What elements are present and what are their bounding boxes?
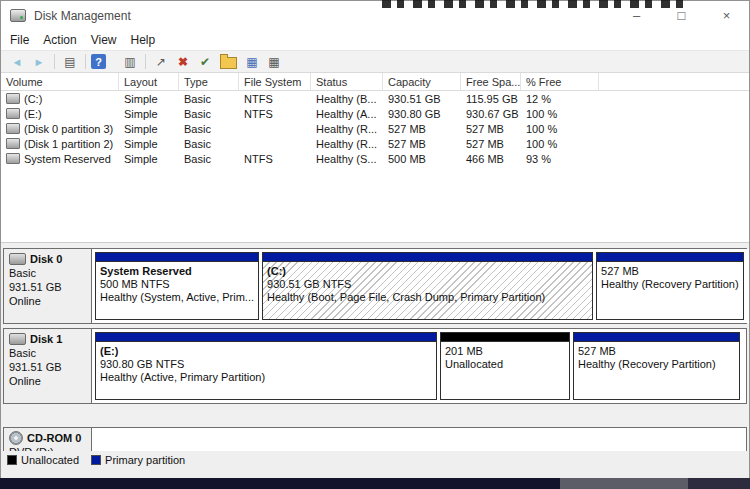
- partition-label: 527 MB: [578, 345, 735, 358]
- volume-capacity: 930.80 GB: [383, 108, 461, 120]
- volume-list: Volume Layout Type File System Status Ca…: [1, 73, 749, 243]
- forward-icon[interactable]: ►: [29, 53, 49, 71]
- volume-list-header: Volume Layout Type File System Status Ca…: [1, 73, 749, 91]
- volume-type: Basic: [179, 138, 239, 150]
- taskbar-segment: [688, 478, 750, 489]
- column-status[interactable]: Status: [311, 73, 383, 90]
- folder-icon[interactable]: [220, 57, 237, 69]
- disk-name: Disk 0: [30, 252, 62, 266]
- volume-row-disk1-partition2[interactable]: (Disk 1 partition 2) Simple Basic Health…: [1, 136, 749, 151]
- volume-free: 527 MB: [461, 138, 521, 150]
- disk-row-1: Disk 1 Basic 931.51 GB Online (E:) 930.8…: [3, 328, 747, 404]
- volume-layout: Simple: [119, 123, 179, 135]
- disk0-header[interactable]: Disk 0 Basic 931.51 GB Online: [4, 249, 92, 323]
- legend-primary-label: Primary partition: [105, 454, 185, 466]
- popout-icon[interactable]: ↗: [151, 53, 171, 71]
- primary-partition-strip: [574, 333, 739, 342]
- taskbar-strip: [0, 478, 750, 489]
- properties-window-icon[interactable]: ▥: [120, 53, 140, 71]
- column-capacity[interactable]: Capacity: [383, 73, 461, 90]
- partition-label: 527 MB: [601, 265, 739, 278]
- column-type[interactable]: Type: [179, 73, 239, 90]
- console-tree-icon[interactable]: ▤: [60, 53, 80, 71]
- partition-status: Healthy (Recovery Partition): [601, 278, 739, 291]
- column-volume[interactable]: Volume: [1, 73, 119, 90]
- column-free-space[interactable]: Free Spa...: [461, 73, 521, 90]
- check-mark-icon[interactable]: ✔: [195, 53, 215, 71]
- volume-type: Basic: [179, 93, 239, 105]
- partition-disk0-recovery[interactable]: 527 MB Healthy (Recovery Partition): [596, 252, 744, 320]
- menu-file[interactable]: File: [3, 31, 36, 49]
- cdrom-header[interactable]: CD-ROM 0 DVD (D:): [4, 428, 92, 451]
- cdrom-row: CD-ROM 0 DVD (D:): [3, 427, 747, 451]
- partition-unallocated[interactable]: 201 MB Unallocated: [440, 332, 570, 400]
- volume-pct-free: 100 %: [521, 123, 599, 135]
- partition-label: (E:): [100, 345, 432, 358]
- volume-capacity: 930.51 GB: [383, 93, 461, 105]
- disk-kind: Basic: [9, 266, 89, 280]
- disk-size: 931.51 GB: [9, 360, 89, 374]
- volume-pct-free: 100 %: [521, 108, 599, 120]
- unallocated-swatch: [7, 455, 17, 465]
- partition-status: Healthy (Recovery Partition): [578, 358, 735, 371]
- volume-layout: Simple: [119, 93, 179, 105]
- disk-row-0: Disk 0 Basic 931.51 GB Online System Res…: [3, 248, 747, 324]
- disk-management-window: Disk Management – □ × File Action View H…: [0, 0, 750, 478]
- menu-help[interactable]: Help: [124, 31, 163, 49]
- partition-c[interactable]: (C:) 930.51 GB NTFS Healthy (Boot, Page …: [262, 252, 593, 320]
- legend-primary-partition: Primary partition: [91, 454, 185, 466]
- volume-fs: NTFS: [239, 108, 311, 120]
- partition-status: Healthy (Boot, Page File, Crash Dump, Pr…: [267, 291, 588, 304]
- disk-size: 931.51 GB: [9, 280, 89, 294]
- menu-view[interactable]: View: [84, 31, 124, 49]
- help-icon[interactable]: ?: [91, 54, 106, 69]
- volume-name: (Disk 0 partition 3): [24, 123, 113, 135]
- partition-size: 930.51 GB NTFS: [267, 278, 588, 291]
- column-pct-free[interactable]: % Free: [521, 73, 599, 90]
- volume-layout: Simple: [119, 108, 179, 120]
- volume-pct-free: 93 %: [521, 153, 599, 165]
- volume-free: 930.67 GB: [461, 108, 521, 120]
- partition-system-reserved[interactable]: System Reserved 500 MB NTFS Healthy (Sys…: [95, 252, 259, 320]
- volume-status: Healthy (S...: [311, 153, 383, 165]
- toolbar-separator: [145, 54, 146, 69]
- cdrom-partitions: [92, 428, 746, 451]
- back-icon[interactable]: ◄: [7, 53, 27, 71]
- window-title: Disk Management: [34, 9, 131, 23]
- partition-label: System Reserved: [100, 265, 254, 278]
- volume-icon: [6, 108, 20, 119]
- primary-partition-strip: [263, 253, 592, 262]
- volume-status: Healthy (B...: [311, 93, 383, 105]
- volume-fs: NTFS: [239, 153, 311, 165]
- volume-status: Healthy (R...: [311, 138, 383, 150]
- disk0-partitions: System Reserved 500 MB NTFS Healthy (Sys…: [92, 249, 749, 323]
- volume-name: (C:): [24, 93, 42, 105]
- volume-row-system-reserved[interactable]: System Reserved Simple Basic NTFS Health…: [1, 151, 749, 166]
- disk1-header[interactable]: Disk 1 Basic 931.51 GB Online: [4, 329, 92, 403]
- volume-pct-free: 12 %: [521, 93, 599, 105]
- delete-volume-icon[interactable]: ✖: [173, 53, 193, 71]
- column-file-system[interactable]: File System: [239, 73, 311, 90]
- clipped-background-text: [382, 0, 690, 8]
- screen: Disk Management – □ × File Action View H…: [0, 0, 750, 489]
- disk-kind: Basic: [9, 346, 89, 360]
- column-filler: [599, 73, 749, 90]
- toolbar-separator: [85, 54, 86, 69]
- volume-name: (Disk 1 partition 2): [24, 138, 113, 150]
- disk-state: Online: [9, 374, 89, 388]
- grid-icon[interactable]: ▦: [264, 53, 284, 71]
- volume-icon: [6, 123, 20, 134]
- menu-action[interactable]: Action: [36, 31, 83, 49]
- column-layout[interactable]: Layout: [119, 73, 179, 90]
- disk-state: Online: [9, 294, 89, 308]
- partition-disk1-recovery[interactable]: 527 MB Healthy (Recovery Partition): [573, 332, 740, 400]
- volume-row-c[interactable]: (C:) Simple Basic NTFS Healthy (B... 930…: [1, 91, 749, 106]
- volume-row-disk0-partition3[interactable]: (Disk 0 partition 3) Simple Basic Health…: [1, 121, 749, 136]
- volume-row-e[interactable]: (E:) Simple Basic NTFS Healthy (A... 930…: [1, 106, 749, 121]
- close-button[interactable]: ×: [704, 1, 749, 30]
- menu-bar: File Action View Help: [1, 30, 749, 50]
- partition-e[interactable]: (E:) 930.80 GB NTFS Healthy (Active, Pri…: [95, 332, 437, 400]
- cdrom-icon: [9, 431, 23, 445]
- panel-icon[interactable]: ▦: [242, 53, 262, 71]
- primary-partition-swatch: [91, 455, 101, 465]
